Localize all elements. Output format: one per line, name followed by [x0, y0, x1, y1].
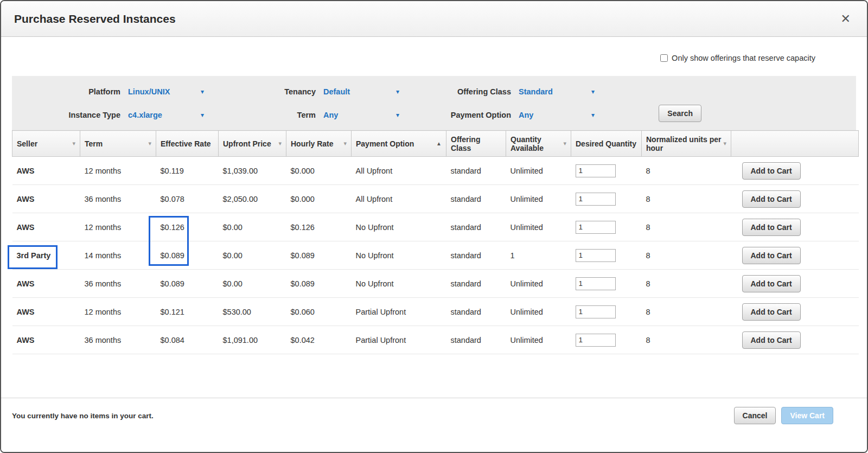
- offerings-table-body: AWS 12 months $0.119 $1,039.00 $0.000 Al…: [12, 157, 859, 354]
- offering-class-cell: standard: [446, 185, 506, 213]
- column-header-payment-option[interactable]: Payment Option▲: [352, 131, 446, 157]
- search-button[interactable]: Search: [659, 105, 701, 122]
- add-to-cart-button[interactable]: Add to Cart: [742, 219, 801, 236]
- column-header-hourly-rate[interactable]: Hourly Rate▾: [286, 131, 352, 157]
- close-icon[interactable]: ✕: [839, 12, 853, 26]
- term-cell: 36 months: [80, 270, 156, 298]
- term-cell: 14 months: [80, 241, 156, 270]
- add-to-cart-button[interactable]: Add to Cart: [742, 331, 801, 349]
- offering-class-cell: standard: [446, 157, 506, 185]
- tenancy-value: Default: [323, 87, 350, 96]
- normalized-units-cell: 8: [642, 326, 731, 354]
- payment-option-cell: Partial Upfront: [352, 298, 446, 326]
- filter-panel: Platform Linux/UNIX ▾ Tenancy Default ▾ …: [12, 76, 856, 130]
- column-header-upfront-price[interactable]: Upfront Price▾: [219, 131, 286, 157]
- chevron-down-icon: ▾: [591, 88, 595, 95]
- dialog-footer: You currently have no items in your cart…: [1, 398, 867, 452]
- desired-quantity-input[interactable]: [576, 249, 616, 262]
- filter-row-2: Instance Type c4.xlarge ▾ Term Any ▾ Pay…: [12, 103, 856, 126]
- upfront-price-cell: $1,091.00: [219, 326, 286, 354]
- upfront-price-cell: $530.00: [219, 298, 286, 326]
- effective-rate-cell: $0.119: [156, 157, 219, 185]
- sort-caret-icon: ▾: [343, 140, 347, 147]
- sort-caret-icon: ▾: [563, 140, 566, 147]
- desired-quantity-cell: [571, 298, 642, 326]
- seller-cell: 3rd Party: [12, 241, 80, 270]
- action-cell: Add to Cart: [731, 241, 859, 270]
- platform-dropdown[interactable]: Linux/UNIX ▾: [128, 87, 204, 96]
- action-cell: Add to Cart: [731, 185, 859, 213]
- column-label: Effective Rate: [161, 139, 211, 148]
- column-label: Quantity Available: [510, 135, 561, 152]
- desired-quantity-input[interactable]: [576, 277, 616, 290]
- hourly-rate-cell: $0.000: [286, 157, 352, 185]
- sort-caret-icon: ▾: [723, 140, 726, 147]
- desired-quantity-input[interactable]: [576, 193, 616, 206]
- effective-rate-cell: $0.089: [156, 270, 219, 298]
- column-header-term[interactable]: Term▾: [80, 131, 156, 157]
- chevron-down-icon: ▾: [396, 88, 399, 95]
- instance-type-filter-group: Instance Type c4.xlarge ▾: [12, 111, 207, 119]
- column-label: Term: [85, 139, 103, 148]
- payment-option-cell: No Upfront: [352, 270, 446, 298]
- tenancy-dropdown[interactable]: Default ▾: [323, 87, 399, 96]
- reserve-capacity-checkbox[interactable]: [660, 54, 668, 62]
- quantity-available-cell: Unlimited: [506, 157, 571, 185]
- column-header-seller[interactable]: Seller▾: [12, 131, 80, 157]
- add-to-cart-button[interactable]: Add to Cart: [742, 303, 801, 321]
- desired-quantity-input[interactable]: [576, 305, 616, 318]
- view-cart-button[interactable]: View Cart: [781, 407, 833, 424]
- cart-status-text: You currently have no items in your cart…: [12, 407, 154, 425]
- offering-class-dropdown[interactable]: Standard ▾: [519, 87, 595, 96]
- dialog-body: Only show offerings that reserve capacit…: [1, 37, 867, 398]
- effective-rate-cell: $0.084: [156, 326, 219, 354]
- purchase-reserved-instances-dialog: Purchase Reserved Instances ✕ Only show …: [0, 0, 868, 453]
- sort-caret-icon: ▾: [278, 140, 282, 147]
- column-header-quantity-available[interactable]: Quantity Available▾: [506, 131, 571, 157]
- dialog-header: Purchase Reserved Instances ✕: [1, 1, 867, 37]
- table-row: AWS 12 months $0.126 $0.00 $0.126 No Upf…: [12, 213, 859, 241]
- term-value: Any: [323, 111, 338, 119]
- payment-option-label: Payment Option: [403, 111, 511, 119]
- platform-label: Platform: [12, 87, 120, 96]
- sort-caret-icon: ▾: [148, 140, 151, 147]
- desired-quantity-input[interactable]: [576, 221, 616, 234]
- term-label: Term: [207, 111, 316, 119]
- upfront-price-cell: $0.00: [219, 241, 286, 270]
- normalized-units-cell: 8: [642, 213, 731, 241]
- column-header-normalized-units[interactable]: Normalized units per hour▾: [642, 131, 731, 157]
- reserve-capacity-label: Only show offerings that reserve capacit…: [672, 54, 815, 62]
- column-label: Offering Class: [451, 135, 501, 152]
- table-row: AWS 36 months $0.084 $1,091.00 $0.042 Pa…: [12, 326, 859, 354]
- seller-cell: AWS: [12, 185, 80, 213]
- add-to-cart-button[interactable]: Add to Cart: [742, 247, 801, 264]
- page-title: Purchase Reserved Instances: [14, 12, 176, 25]
- normalized-units-cell: 8: [642, 298, 731, 326]
- desired-quantity-cell: [571, 326, 642, 354]
- add-to-cart-button[interactable]: Add to Cart: [742, 162, 801, 180]
- table-header-row: Seller▾ Term▾ Effective Rate Upfront Pri…: [12, 131, 859, 157]
- desired-quantity-input[interactable]: [576, 164, 616, 177]
- chevron-down-icon: ▾: [201, 111, 204, 119]
- cancel-button[interactable]: Cancel: [734, 407, 776, 424]
- add-to-cart-button[interactable]: Add to Cart: [742, 190, 801, 208]
- column-header-action: [731, 131, 859, 157]
- upfront-price-cell: $1,039.00: [219, 157, 286, 185]
- hourly-rate-cell: $0.089: [286, 270, 352, 298]
- action-cell: Add to Cart: [731, 298, 859, 326]
- table-row: 3rd Party 14 months $0.089 $0.00 $0.089 …: [12, 241, 859, 270]
- action-cell: Add to Cart: [731, 213, 859, 241]
- quantity-available-cell: Unlimited: [506, 185, 571, 213]
- add-to-cart-button[interactable]: Add to Cart: [742, 275, 801, 292]
- tenancy-label: Tenancy: [207, 87, 316, 96]
- instance-type-label: Instance Type: [12, 111, 120, 119]
- effective-rate-cell: $0.126: [156, 213, 219, 241]
- desired-quantity-input[interactable]: [576, 334, 616, 347]
- seller-cell: AWS: [12, 157, 80, 185]
- offering-class-value: Standard: [519, 87, 553, 96]
- offering-class-cell: standard: [446, 298, 506, 326]
- term-dropdown[interactable]: Any ▾: [323, 111, 399, 119]
- seller-cell: AWS: [12, 326, 80, 354]
- instance-type-dropdown[interactable]: c4.xlarge ▾: [128, 111, 204, 119]
- payment-option-dropdown[interactable]: Any ▾: [519, 111, 595, 119]
